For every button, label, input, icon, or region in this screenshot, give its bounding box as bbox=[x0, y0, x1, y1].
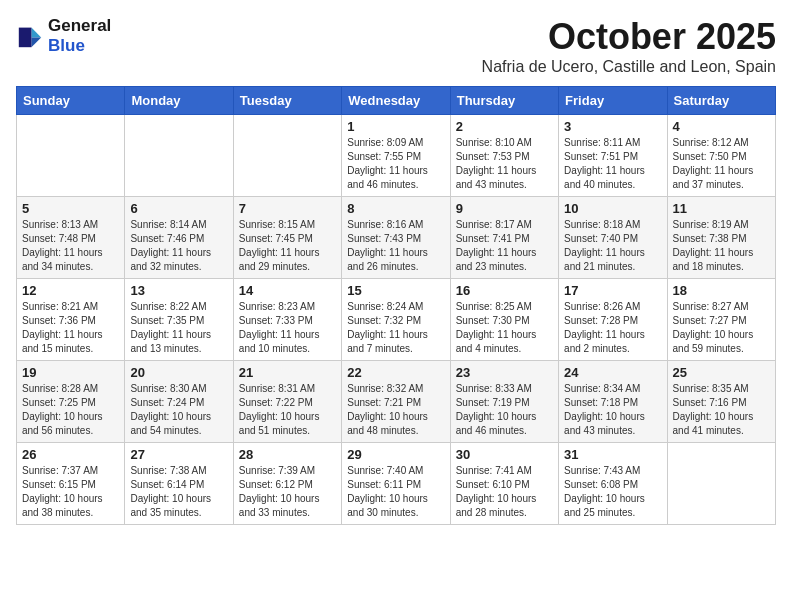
calendar-cell: 17Sunrise: 8:26 AM Sunset: 7:28 PM Dayli… bbox=[559, 279, 667, 361]
day-number: 29 bbox=[347, 447, 444, 462]
calendar-cell: 5Sunrise: 8:13 AM Sunset: 7:48 PM Daylig… bbox=[17, 197, 125, 279]
calendar-cell: 3Sunrise: 8:11 AM Sunset: 7:51 PM Daylig… bbox=[559, 115, 667, 197]
day-info: Sunrise: 8:23 AM Sunset: 7:33 PM Dayligh… bbox=[239, 300, 336, 356]
calendar-cell: 15Sunrise: 8:24 AM Sunset: 7:32 PM Dayli… bbox=[342, 279, 450, 361]
calendar-cell: 10Sunrise: 8:18 AM Sunset: 7:40 PM Dayli… bbox=[559, 197, 667, 279]
location-subtitle: Nafria de Ucero, Castille and Leon, Spai… bbox=[482, 58, 776, 76]
day-number: 12 bbox=[22, 283, 119, 298]
day-number: 2 bbox=[456, 119, 553, 134]
day-info: Sunrise: 8:09 AM Sunset: 7:55 PM Dayligh… bbox=[347, 136, 444, 192]
calendar-cell: 8Sunrise: 8:16 AM Sunset: 7:43 PM Daylig… bbox=[342, 197, 450, 279]
day-number: 13 bbox=[130, 283, 227, 298]
svg-marker-1 bbox=[31, 37, 41, 47]
calendar-cell: 31Sunrise: 7:43 AM Sunset: 6:08 PM Dayli… bbox=[559, 443, 667, 525]
day-info: Sunrise: 8:35 AM Sunset: 7:16 PM Dayligh… bbox=[673, 382, 770, 438]
calendar-cell: 18Sunrise: 8:27 AM Sunset: 7:27 PM Dayli… bbox=[667, 279, 775, 361]
calendar-cell: 27Sunrise: 7:38 AM Sunset: 6:14 PM Dayli… bbox=[125, 443, 233, 525]
calendar-cell: 14Sunrise: 8:23 AM Sunset: 7:33 PM Dayli… bbox=[233, 279, 341, 361]
day-number: 18 bbox=[673, 283, 770, 298]
day-number: 8 bbox=[347, 201, 444, 216]
day-number: 24 bbox=[564, 365, 661, 380]
day-info: Sunrise: 8:14 AM Sunset: 7:46 PM Dayligh… bbox=[130, 218, 227, 274]
day-info: Sunrise: 8:26 AM Sunset: 7:28 PM Dayligh… bbox=[564, 300, 661, 356]
day-info: Sunrise: 8:31 AM Sunset: 7:22 PM Dayligh… bbox=[239, 382, 336, 438]
logo-text: General Blue bbox=[48, 16, 111, 56]
calendar-week-row: 19Sunrise: 8:28 AM Sunset: 7:25 PM Dayli… bbox=[17, 361, 776, 443]
day-info: Sunrise: 8:12 AM Sunset: 7:50 PM Dayligh… bbox=[673, 136, 770, 192]
svg-marker-0 bbox=[31, 28, 41, 38]
col-header-thursday: Thursday bbox=[450, 87, 558, 115]
calendar-cell: 19Sunrise: 8:28 AM Sunset: 7:25 PM Dayli… bbox=[17, 361, 125, 443]
day-info: Sunrise: 8:30 AM Sunset: 7:24 PM Dayligh… bbox=[130, 382, 227, 438]
day-number: 11 bbox=[673, 201, 770, 216]
day-number: 1 bbox=[347, 119, 444, 134]
day-number: 7 bbox=[239, 201, 336, 216]
logo-icon bbox=[16, 22, 44, 50]
calendar-cell: 25Sunrise: 8:35 AM Sunset: 7:16 PM Dayli… bbox=[667, 361, 775, 443]
col-header-monday: Monday bbox=[125, 87, 233, 115]
day-info: Sunrise: 8:17 AM Sunset: 7:41 PM Dayligh… bbox=[456, 218, 553, 274]
calendar-cell bbox=[17, 115, 125, 197]
day-number: 16 bbox=[456, 283, 553, 298]
day-number: 25 bbox=[673, 365, 770, 380]
calendar-table: SundayMondayTuesdayWednesdayThursdayFrid… bbox=[16, 86, 776, 525]
day-number: 30 bbox=[456, 447, 553, 462]
calendar-cell: 21Sunrise: 8:31 AM Sunset: 7:22 PM Dayli… bbox=[233, 361, 341, 443]
day-info: Sunrise: 7:38 AM Sunset: 6:14 PM Dayligh… bbox=[130, 464, 227, 520]
calendar-cell bbox=[125, 115, 233, 197]
calendar-cell: 9Sunrise: 8:17 AM Sunset: 7:41 PM Daylig… bbox=[450, 197, 558, 279]
day-number: 26 bbox=[22, 447, 119, 462]
calendar-cell: 16Sunrise: 8:25 AM Sunset: 7:30 PM Dayli… bbox=[450, 279, 558, 361]
calendar-cell: 11Sunrise: 8:19 AM Sunset: 7:38 PM Dayli… bbox=[667, 197, 775, 279]
day-info: Sunrise: 8:15 AM Sunset: 7:45 PM Dayligh… bbox=[239, 218, 336, 274]
col-header-tuesday: Tuesday bbox=[233, 87, 341, 115]
col-header-wednesday: Wednesday bbox=[342, 87, 450, 115]
calendar-cell: 28Sunrise: 7:39 AM Sunset: 6:12 PM Dayli… bbox=[233, 443, 341, 525]
day-info: Sunrise: 8:22 AM Sunset: 7:35 PM Dayligh… bbox=[130, 300, 227, 356]
calendar-cell: 7Sunrise: 8:15 AM Sunset: 7:45 PM Daylig… bbox=[233, 197, 341, 279]
calendar-cell: 6Sunrise: 8:14 AM Sunset: 7:46 PM Daylig… bbox=[125, 197, 233, 279]
day-info: Sunrise: 8:34 AM Sunset: 7:18 PM Dayligh… bbox=[564, 382, 661, 438]
day-info: Sunrise: 8:25 AM Sunset: 7:30 PM Dayligh… bbox=[456, 300, 553, 356]
calendar-cell: 23Sunrise: 8:33 AM Sunset: 7:19 PM Dayli… bbox=[450, 361, 558, 443]
calendar-cell: 30Sunrise: 7:41 AM Sunset: 6:10 PM Dayli… bbox=[450, 443, 558, 525]
day-info: Sunrise: 8:13 AM Sunset: 7:48 PM Dayligh… bbox=[22, 218, 119, 274]
col-header-sunday: Sunday bbox=[17, 87, 125, 115]
day-info: Sunrise: 7:41 AM Sunset: 6:10 PM Dayligh… bbox=[456, 464, 553, 520]
day-info: Sunrise: 7:39 AM Sunset: 6:12 PM Dayligh… bbox=[239, 464, 336, 520]
day-number: 9 bbox=[456, 201, 553, 216]
calendar-cell bbox=[667, 443, 775, 525]
calendar-cell: 24Sunrise: 8:34 AM Sunset: 7:18 PM Dayli… bbox=[559, 361, 667, 443]
day-number: 15 bbox=[347, 283, 444, 298]
day-number: 3 bbox=[564, 119, 661, 134]
day-info: Sunrise: 8:10 AM Sunset: 7:53 PM Dayligh… bbox=[456, 136, 553, 192]
day-number: 19 bbox=[22, 365, 119, 380]
day-number: 22 bbox=[347, 365, 444, 380]
day-info: Sunrise: 7:40 AM Sunset: 6:11 PM Dayligh… bbox=[347, 464, 444, 520]
day-info: Sunrise: 8:24 AM Sunset: 7:32 PM Dayligh… bbox=[347, 300, 444, 356]
day-info: Sunrise: 8:33 AM Sunset: 7:19 PM Dayligh… bbox=[456, 382, 553, 438]
calendar-cell: 12Sunrise: 8:21 AM Sunset: 7:36 PM Dayli… bbox=[17, 279, 125, 361]
day-number: 31 bbox=[564, 447, 661, 462]
calendar-cell: 22Sunrise: 8:32 AM Sunset: 7:21 PM Dayli… bbox=[342, 361, 450, 443]
calendar-cell: 2Sunrise: 8:10 AM Sunset: 7:53 PM Daylig… bbox=[450, 115, 558, 197]
day-number: 6 bbox=[130, 201, 227, 216]
day-info: Sunrise: 8:16 AM Sunset: 7:43 PM Dayligh… bbox=[347, 218, 444, 274]
day-info: Sunrise: 7:43 AM Sunset: 6:08 PM Dayligh… bbox=[564, 464, 661, 520]
day-info: Sunrise: 8:11 AM Sunset: 7:51 PM Dayligh… bbox=[564, 136, 661, 192]
day-info: Sunrise: 8:18 AM Sunset: 7:40 PM Dayligh… bbox=[564, 218, 661, 274]
calendar-cell: 26Sunrise: 7:37 AM Sunset: 6:15 PM Dayli… bbox=[17, 443, 125, 525]
day-number: 5 bbox=[22, 201, 119, 216]
calendar-week-row: 5Sunrise: 8:13 AM Sunset: 7:48 PM Daylig… bbox=[17, 197, 776, 279]
calendar-cell: 20Sunrise: 8:30 AM Sunset: 7:24 PM Dayli… bbox=[125, 361, 233, 443]
svg-rect-2 bbox=[19, 28, 32, 48]
day-number: 27 bbox=[130, 447, 227, 462]
title-block: October 2025 Nafria de Ucero, Castille a… bbox=[482, 16, 776, 76]
day-number: 17 bbox=[564, 283, 661, 298]
day-number: 21 bbox=[239, 365, 336, 380]
day-number: 4 bbox=[673, 119, 770, 134]
day-number: 14 bbox=[239, 283, 336, 298]
page-header: General Blue October 2025 Nafria de Ucer… bbox=[16, 16, 776, 76]
day-number: 28 bbox=[239, 447, 336, 462]
col-header-friday: Friday bbox=[559, 87, 667, 115]
